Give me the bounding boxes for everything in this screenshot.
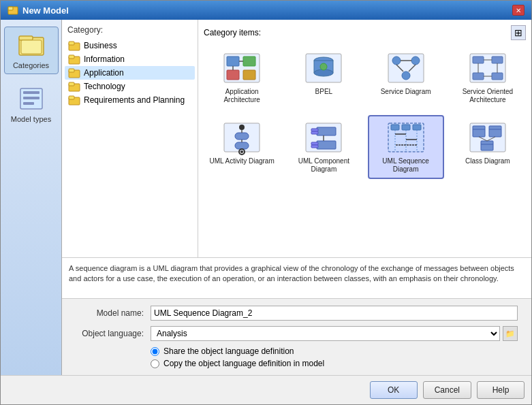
object-language-select[interactable]: Analysis [151, 326, 500, 341]
sidebar-item-categories[interactable]: Categories [4, 27, 59, 74]
radio-group: Share the object language definition Cop… [151, 346, 518, 368]
diagram-item-app-arch[interactable]: ApplicationArchitecture [204, 46, 280, 110]
category-item-information[interactable]: Information [65, 52, 195, 66]
svg-rect-61 [311, 145, 318, 148]
svg-rect-66 [413, 125, 421, 130]
button-bar: OK Cancel Help [1, 375, 531, 404]
uml-component-icon [303, 120, 344, 155]
svg-rect-50 [235, 142, 249, 149]
svg-rect-56 [317, 127, 336, 135]
svg-rect-60 [311, 142, 318, 145]
browse-button[interactable]: 📁 [503, 326, 518, 341]
svg-rect-64 [391, 125, 399, 130]
ok-button[interactable]: OK [370, 381, 418, 399]
bottom-form: Model name: Object language: Analysis 📁 [62, 298, 531, 375]
svg-rect-18 [69, 96, 74, 99]
model-name-input[interactable] [151, 306, 518, 321]
service-diagram-icon [386, 51, 426, 85]
category-panel-header: Category: [65, 25, 195, 35]
title-bar-left: New Model [7, 5, 69, 16]
radio-copy-label: Copy the object language definition in m… [163, 359, 324, 368]
description-text: A sequence diagram is a UML diagram that… [69, 264, 514, 282]
svg-rect-16 [69, 82, 74, 86]
diagram-item-uml-activity[interactable]: UML Activity Diagram [204, 115, 280, 179]
app-arch-label: ApplicationArchitecture [223, 88, 260, 104]
main-content: Category: Business [62, 20, 531, 375]
uml-component-label: UML ComponentDiagram [298, 157, 349, 174]
svg-rect-1 [8, 7, 13, 10]
help-button[interactable]: Help [477, 381, 525, 399]
svg-rect-10 [69, 42, 74, 45]
svg-rect-74 [473, 126, 485, 137]
description-area: A sequence diagram is a UML diagram that… [62, 257, 531, 298]
uml-activity-icon [221, 120, 262, 155]
title-bar: New Model ✕ [1, 1, 531, 20]
svg-rect-3 [19, 36, 33, 40]
svg-rect-41 [473, 73, 484, 80]
dialog-icon [7, 5, 18, 16]
svg-rect-7 [23, 97, 40, 99]
folder-icon-business [69, 41, 80, 50]
uml-sequence-label: UML SequenceDiagram [382, 157, 429, 174]
svg-rect-78 [481, 141, 493, 150]
svg-rect-6 [23, 91, 40, 94]
svg-point-48 [239, 125, 245, 130]
svg-rect-22 [227, 70, 239, 80]
radio-share-input[interactable] [151, 347, 159, 356]
svg-rect-21 [243, 56, 255, 66]
svg-rect-8 [23, 102, 34, 105]
svg-rect-40 [492, 56, 503, 63]
svg-point-30 [320, 63, 327, 70]
svg-rect-58 [311, 131, 318, 134]
diagram-item-uml-sequence[interactable]: UML SequenceDiagram [368, 115, 444, 179]
uml-sequence-icon [386, 120, 426, 155]
svg-rect-65 [402, 125, 410, 130]
diagram-item-class-diagram[interactable]: Class Diagram [450, 115, 526, 179]
diagram-item-service-diagram[interactable]: Service Diagram [368, 46, 444, 110]
items-panel: Category items: ⊞ [198, 20, 531, 257]
cancel-button[interactable]: Cancel [423, 381, 471, 399]
model-types-label: Model types [11, 115, 51, 123]
radio-copy[interactable]: Copy the object language definition in m… [151, 359, 518, 368]
categories-label: Categories [13, 61, 49, 69]
sidebar-item-model-types[interactable]: Model types [4, 81, 59, 127]
svg-rect-76 [489, 126, 501, 137]
dialog-body: Categories Model types Categ [1, 20, 531, 375]
svg-rect-4 [21, 40, 42, 54]
diagram-item-uml-component[interactable]: UML ComponentDiagram [285, 115, 362, 179]
panels: Category: Business [62, 20, 531, 257]
items-grid: ApplicationArchitecture [204, 46, 526, 179]
category-item-application[interactable]: Application [65, 66, 195, 80]
radio-copy-input[interactable] [151, 359, 159, 368]
svg-point-54 [240, 150, 243, 153]
items-panel-title: Category items: [204, 28, 261, 37]
categories-icon [18, 31, 45, 59]
dialog-title: New Model [22, 5, 69, 16]
object-language-row: Object language: Analysis 📁 [76, 326, 518, 341]
svg-rect-23 [243, 70, 255, 80]
model-name-row: Model name: [76, 306, 518, 321]
close-button[interactable]: ✕ [512, 5, 525, 16]
folder-icon-information [69, 54, 80, 64]
svg-rect-14 [69, 69, 74, 72]
svg-rect-39 [473, 56, 484, 63]
category-label-application: Application [84, 68, 124, 78]
service-oriented-icon [467, 51, 508, 85]
category-item-requirements[interactable]: Requirements and Planning [65, 93, 195, 107]
category-label-business: Business [84, 41, 117, 50]
bpel-icon [303, 51, 344, 85]
diagram-item-bpel[interactable]: BPEL [285, 46, 362, 110]
category-item-business[interactable]: Business [65, 39, 195, 52]
uml-activity-label: UML Activity Diagram [210, 157, 275, 165]
radio-share[interactable]: Share the object language definition [151, 346, 518, 356]
items-panel-header: Category items: ⊞ [204, 25, 526, 40]
bpel-label: BPEL [315, 88, 333, 96]
grid-view-button[interactable]: ⊞ [511, 25, 526, 40]
category-item-technology[interactable]: Technology [65, 80, 195, 93]
diagram-item-service-oriented[interactable]: Service OrientedArchitecture [450, 46, 526, 110]
service-diagram-label: Service Diagram [381, 88, 431, 96]
svg-rect-20 [227, 56, 239, 66]
category-label-requirements: Requirements and Planning [84, 95, 185, 105]
left-sidebar: Categories Model types [1, 20, 62, 375]
category-label-technology: Technology [84, 82, 125, 91]
